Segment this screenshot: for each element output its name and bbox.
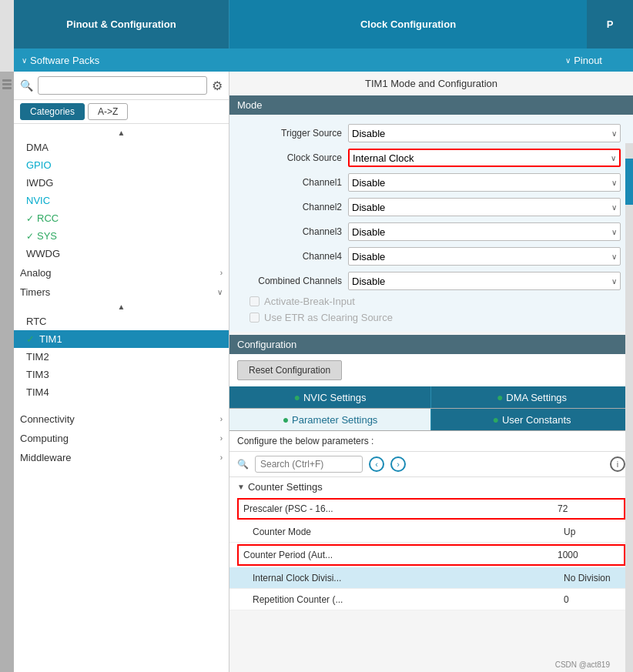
channel1-select[interactable]: Disable ∨ [348,173,621,192]
use-etr-row: Use ETR as Clearing Source [237,309,625,326]
reset-config-button[interactable]: Reset Configuration [237,360,342,380]
clock-config-tab[interactable]: Clock Configuration [229,0,587,48]
footer-note: CSDN @act819 [555,660,610,669]
param-table: Prescaler (PSC - 16... 72 Counter Mode U… [229,496,633,610]
sys-label: SYS [37,230,57,242]
timers-group[interactable]: Timers ∨ [14,282,229,301]
nav-item-tim3[interactable]: TIM3 [14,366,229,383]
dma-settings-label: DMA Settings [506,392,567,403]
counter-settings-header[interactable]: ▼ Counter Settings [229,477,633,496]
search-icon-small: 🔍 [237,459,249,470]
left-edge [0,72,14,672]
channel4-value: Disable [352,251,385,262]
scrollbar[interactable] [625,143,633,672]
activate-break-label: Activate-Break-Input [264,296,355,307]
gear-icon[interactable]: ⚙ [212,79,223,93]
chevron-icon: ∨ [22,56,27,65]
software-packs-item[interactable]: ∨ Software Packs [22,55,99,66]
up-arrow[interactable]: ▲ [14,127,229,139]
trigger-source-value: Disable [352,128,385,139]
right-panel: TIM1 Mode and Configuration Mode Trigger… [229,72,633,672]
connectivity-group[interactable]: Connectivity › [14,409,229,428]
nav-item-rcc[interactable]: ✓ RCC [14,209,229,227]
activate-break-checkbox[interactable] [250,296,260,306]
internal-clock-div-row[interactable]: Internal Clock Divisi... No Division [229,567,633,589]
top-bar: Pinout & Configuration Clock Configurati… [14,0,633,48]
prescaler-row[interactable]: Prescaler (PSC - 16... 72 [237,498,625,520]
timers-up-arrow[interactable]: ▲ [14,301,229,313]
nav-item-tim4[interactable]: TIM4 [14,383,229,401]
user-constants-tab[interactable]: ● User Constants [431,409,633,430]
counter-settings-label: Counter Settings [248,481,323,493]
channel3-select[interactable]: Disable ∨ [348,222,621,241]
channel2-row: Channel2 Disable ∨ [237,195,625,219]
counter-mode-value: Up [564,527,625,537]
computing-group[interactable]: Computing › [14,428,229,447]
check-circle-icon: ✓ [26,333,35,345]
right-tab[interactable]: P [587,0,633,48]
categories-tab[interactable]: Categories [20,103,85,120]
nav-next-button[interactable]: › [390,456,406,472]
wwdg-label: WWDG [26,248,60,259]
info-button[interactable]: i [610,456,625,472]
panel-title: TIM1 Mode and Configuration [229,72,633,95]
nav-item-wwdg[interactable]: WWDG [14,245,229,262]
combined-channels-select[interactable]: Disable ∨ [348,272,621,290]
trigger-source-select[interactable]: Disable ∨ [348,124,621,142]
repetition-counter-row[interactable]: Repetition Counter (... 0 [229,589,633,610]
clock-source-select[interactable]: Internal Clock ∨ [348,149,621,167]
channel2-value: Disable [352,202,385,213]
parameter-settings-tab[interactable]: ● Parameter Settings [229,409,431,430]
pinout-tab[interactable]: Pinout & Configuration [14,0,229,48]
nvic-settings-tab[interactable]: ● NVIC Settings [229,386,431,408]
channel4-select[interactable]: Disable ∨ [348,247,621,266]
chevron-right-icon: › [220,269,223,277]
search-bar: 🔍 ⚙ [14,72,229,100]
chevron-right-icon: › [220,434,223,443]
tim2-label: TIM2 [26,351,49,363]
nvic-settings-label: NVIC Settings [303,392,367,403]
pinout-tab-label: Pinout & Configuration [66,18,176,30]
dma-label: DMA [26,142,49,153]
analog-group[interactable]: Analog › [14,262,229,282]
nav-prev-button[interactable]: ‹ [369,456,384,472]
pinout-label: Pinout [574,55,602,66]
dropdown-arrow-icon: ∨ [611,154,616,162]
computing-label: Computing [20,433,69,444]
dropdown-arrow-icon: ∨ [611,203,617,212]
scrollbar-thumb[interactable] [625,159,633,205]
counter-period-row[interactable]: Counter Period (Aut... 1000 [237,544,625,566]
nav-item-tim1[interactable]: ✓ TIM1 [14,330,229,348]
chevron-icon: ∨ [565,56,571,65]
nav-item-nvic[interactable]: NVIC [14,192,229,209]
user-constants-label: User Constants [502,414,571,426]
param-search-input[interactable] [255,456,363,473]
channel1-row: Channel1 Disable ∨ [237,170,625,195]
use-etr-checkbox[interactable] [250,313,260,323]
channel2-label: Channel2 [242,202,342,212]
dropdown-arrow-icon: ∨ [611,277,617,286]
channel2-select[interactable]: Disable ∨ [348,198,621,216]
counter-period-value: 1000 [558,550,619,560]
tim3-label: TIM3 [26,369,49,380]
nav-item-rtc[interactable]: RTC [14,313,229,330]
channel1-value: Disable [352,177,385,189]
nvic-label: NVIC [26,195,50,206]
nav-item-iwdg[interactable]: IWDG [14,174,229,192]
search-input[interactable] [38,76,207,95]
analog-label: Analog [20,267,51,279]
dma-settings-tab[interactable]: ● DMA Settings [431,386,633,408]
parameter-settings-label: Parameter Settings [292,414,377,426]
middleware-group[interactable]: Middleware › [14,447,229,466]
pinout-item[interactable]: ∨ Pinout [565,55,602,66]
channel4-label: Channel4 [242,251,342,262]
counter-mode-row[interactable]: Counter Mode Up [229,521,633,543]
nav-item-tim2[interactable]: TIM2 [14,348,229,366]
section-triangle-icon: ▼ [237,483,245,491]
nav-list: ▲ DMA GPIO IWDG NVIC ✓ RCC ✓ SYS [14,124,229,672]
a-to-z-tab[interactable]: A->Z [88,103,128,120]
param-search-row: 🔍 ‹ › i [229,452,633,477]
nav-item-dma[interactable]: DMA [14,139,229,156]
nav-item-sys[interactable]: ✓ SYS [14,227,229,245]
nav-item-gpio[interactable]: GPIO [14,156,229,174]
